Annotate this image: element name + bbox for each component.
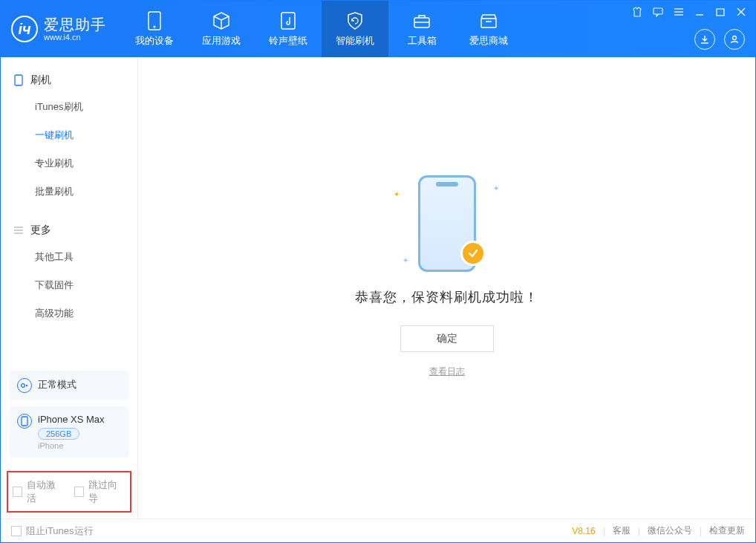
sidebar-item-onekey-flash[interactable]: 一键刷机 bbox=[1, 121, 137, 149]
checkbox-label: 阻止iTunes运行 bbox=[26, 524, 94, 538]
tab-apps-games[interactable]: 应用游戏 bbox=[188, 1, 255, 57]
device-mode-label: 正常模式 bbox=[38, 378, 76, 391]
close-button[interactable] bbox=[734, 5, 748, 19]
success-illustration: ✦ ✦ ✦ bbox=[373, 168, 521, 279]
svg-rect-5 bbox=[481, 19, 496, 27]
footer: 阻止iTunes运行 V8.16 | 客服 | 微信公众号 | 检查更新 bbox=[1, 518, 755, 542]
checkbox-icon bbox=[74, 487, 84, 497]
maximize-button[interactable] bbox=[714, 5, 727, 19]
sparkle-icon: ✦ bbox=[403, 256, 408, 264]
tab-label: 应用游戏 bbox=[202, 34, 241, 48]
minimize-button[interactable] bbox=[693, 5, 706, 19]
sidebar-item-pro-flash[interactable]: 专业刷机 bbox=[1, 149, 137, 178]
download-button[interactable] bbox=[694, 29, 715, 50]
sparkle-icon: ✦ bbox=[394, 190, 400, 198]
footer-link-wechat[interactable]: 微信公众号 bbox=[648, 524, 692, 537]
header: iч 爱思助手 www.i4.cn 我的设备 应用游戏 铃声壁纸 智能刷机 bbox=[1, 1, 755, 57]
tshirt-icon[interactable] bbox=[630, 5, 644, 19]
sidebar-group-more: 更多 bbox=[1, 218, 137, 243]
sidebar-item-batch-flash[interactable]: 批量刷机 bbox=[1, 178, 137, 206]
app-window: iч 爱思助手 www.i4.cn 我的设备 应用游戏 铃声壁纸 智能刷机 bbox=[0, 0, 756, 543]
checkmark-badge-icon bbox=[460, 241, 486, 266]
tab-label: 铃声壁纸 bbox=[269, 34, 307, 48]
cube-icon bbox=[211, 10, 232, 31]
tab-label: 工具箱 bbox=[408, 34, 437, 48]
user-button[interactable] bbox=[724, 29, 745, 50]
sidebar-group-flash: 刷机 bbox=[1, 68, 137, 93]
app-subtitle: www.i4.cn bbox=[44, 33, 106, 42]
ok-button[interactable]: 确定 bbox=[400, 325, 494, 352]
top-tabs: 我的设备 应用游戏 铃声壁纸 智能刷机 工具箱 爱思商城 bbox=[121, 1, 522, 57]
main-content: ✦ ✦ ✦ 恭喜您，保资料刷机成功啦！ 确定 查看日志 bbox=[138, 57, 755, 518]
list-icon bbox=[13, 224, 25, 236]
phone-outline-icon bbox=[17, 414, 32, 429]
svg-rect-7 bbox=[654, 8, 662, 14]
sidebar-item-other-tools[interactable]: 其他工具 bbox=[1, 243, 137, 271]
success-message: 恭喜您，保资料刷机成功啦！ bbox=[355, 288, 538, 306]
window-controls bbox=[630, 5, 748, 19]
tab-my-device[interactable]: 我的设备 bbox=[121, 1, 188, 57]
device-type: iPhone bbox=[38, 441, 105, 450]
device-storage: 256GB bbox=[38, 428, 79, 440]
tab-smart-flash[interactable]: 智能刷机 bbox=[322, 1, 388, 57]
phone-icon bbox=[13, 74, 25, 86]
tab-ringtones-wallpapers[interactable]: 铃声壁纸 bbox=[255, 1, 322, 57]
tab-label: 我的设备 bbox=[135, 34, 174, 48]
footer-link-update[interactable]: 检查更新 bbox=[709, 524, 745, 537]
svg-rect-12 bbox=[717, 9, 724, 16]
svg-rect-16 bbox=[15, 75, 22, 85]
toolbox-icon bbox=[411, 10, 432, 31]
footer-link-support[interactable]: 客服 bbox=[613, 524, 630, 537]
checkbox-label: 自动激活 bbox=[27, 478, 64, 505]
shield-refresh-icon bbox=[345, 10, 365, 31]
sidebar-item-itunes-flash[interactable]: iTunes刷机 bbox=[1, 93, 137, 121]
mode-icon bbox=[17, 378, 32, 393]
checkbox-icon bbox=[11, 526, 22, 536]
svg-point-20 bbox=[22, 384, 25, 388]
logo: iч 爱思助手 www.i4.cn bbox=[1, 1, 121, 57]
svg-rect-2 bbox=[281, 13, 295, 29]
view-log-link[interactable]: 查看日志 bbox=[429, 365, 465, 378]
menu-icon[interactable] bbox=[672, 5, 685, 19]
app-title: 爱思助手 bbox=[44, 16, 106, 33]
checkbox-icon bbox=[13, 487, 22, 497]
sidebar: 刷机 iTunes刷机 一键刷机 专业刷机 批量刷机 更多 其他工具 下载固件 … bbox=[1, 57, 138, 518]
music-file-icon bbox=[278, 10, 299, 31]
highlighted-options: 自动激活 跳过向导 bbox=[7, 471, 131, 513]
checkbox-skip-guide[interactable]: 跳过向导 bbox=[74, 478, 126, 505]
device-icon bbox=[144, 10, 165, 31]
group-title: 更多 bbox=[30, 224, 51, 237]
checkbox-block-itunes[interactable]: 阻止iTunes运行 bbox=[11, 524, 94, 538]
tab-toolbox[interactable]: 工具箱 bbox=[388, 1, 455, 57]
store-icon bbox=[478, 10, 499, 31]
svg-point-21 bbox=[26, 385, 27, 386]
tab-label: 智能刷机 bbox=[336, 34, 374, 48]
body: 刷机 iTunes刷机 一键刷机 专业刷机 批量刷机 更多 其他工具 下载固件 … bbox=[1, 57, 755, 518]
checkbox-auto-activate[interactable]: 自动激活 bbox=[13, 478, 64, 505]
feedback-icon[interactable] bbox=[651, 5, 665, 19]
device-mode-card[interactable]: 正常模式 bbox=[10, 371, 128, 400]
sparkle-icon: ✦ bbox=[493, 184, 499, 192]
tab-label: 爱思商城 bbox=[469, 34, 508, 48]
checkbox-label: 跳过向导 bbox=[88, 478, 126, 505]
version-label: V8.16 bbox=[572, 526, 595, 536]
sidebar-item-advanced[interactable]: 高级功能 bbox=[1, 299, 137, 328]
tab-store[interactable]: 爱思商城 bbox=[455, 1, 522, 57]
svg-point-15 bbox=[733, 36, 737, 40]
group-title: 刷机 bbox=[30, 74, 51, 87]
device-name: iPhone XS Max bbox=[38, 414, 105, 425]
svg-rect-22 bbox=[22, 417, 27, 426]
sidebar-item-download-firmware[interactable]: 下载固件 bbox=[1, 271, 137, 299]
header-right-actions bbox=[694, 29, 745, 50]
logo-icon: iч bbox=[11, 16, 38, 42]
svg-point-1 bbox=[154, 26, 156, 28]
device-info-card[interactable]: iPhone XS Max 256GB iPhone bbox=[10, 406, 128, 458]
